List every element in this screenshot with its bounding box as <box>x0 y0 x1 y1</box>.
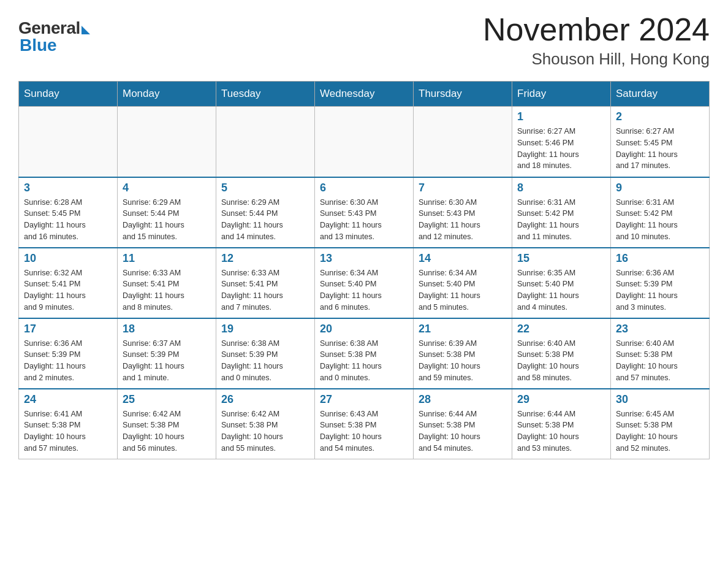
day-number: 5 <box>221 182 309 194</box>
calendar-cell <box>19 107 118 177</box>
calendar-cell: 24Sunrise: 6:41 AM Sunset: 5:38 PM Dayli… <box>19 389 118 459</box>
column-header-sunday: Sunday <box>19 82 118 107</box>
calendar-cell: 18Sunrise: 6:37 AM Sunset: 5:39 PM Dayli… <box>118 318 216 389</box>
calendar-cell: 27Sunrise: 6:43 AM Sunset: 5:38 PM Dayli… <box>315 389 414 459</box>
day-number: 9 <box>616 182 704 194</box>
header-row: SundayMondayTuesdayWednesdayThursdayFrid… <box>19 82 710 107</box>
calendar-cell: 30Sunrise: 6:45 AM Sunset: 5:38 PM Dayli… <box>611 389 710 459</box>
day-info: Sunrise: 6:33 AM Sunset: 5:41 PM Dayligh… <box>123 269 184 312</box>
calendar-cell: 28Sunrise: 6:44 AM Sunset: 5:38 PM Dayli… <box>414 389 512 459</box>
day-info: Sunrise: 6:27 AM Sunset: 5:45 PM Dayligh… <box>616 127 678 170</box>
column-header-tuesday: Tuesday <box>216 82 315 107</box>
logo-arrow-icon <box>82 26 90 34</box>
day-number: 6 <box>320 182 408 194</box>
calendar-cell: 1Sunrise: 6:27 AM Sunset: 5:46 PM Daylig… <box>512 107 611 177</box>
day-info: Sunrise: 6:43 AM Sunset: 5:38 PM Dayligh… <box>320 410 382 453</box>
day-number: 14 <box>419 252 507 265</box>
day-info: Sunrise: 6:36 AM Sunset: 5:39 PM Dayligh… <box>24 339 86 382</box>
column-header-thursday: Thursday <box>414 82 512 107</box>
day-number: 22 <box>517 323 605 335</box>
day-info: Sunrise: 6:41 AM Sunset: 5:38 PM Dayligh… <box>24 410 86 453</box>
calendar-cell: 20Sunrise: 6:38 AM Sunset: 5:38 PM Dayli… <box>315 318 414 389</box>
calendar-cell: 2Sunrise: 6:27 AM Sunset: 5:45 PM Daylig… <box>611 107 710 177</box>
day-info: Sunrise: 6:42 AM Sunset: 5:38 PM Dayligh… <box>123 410 184 453</box>
day-info: Sunrise: 6:28 AM Sunset: 5:45 PM Dayligh… <box>24 198 86 241</box>
day-number: 11 <box>123 252 211 265</box>
calendar-cell: 19Sunrise: 6:38 AM Sunset: 5:39 PM Dayli… <box>216 318 315 389</box>
day-number: 16 <box>616 252 704 265</box>
day-info: Sunrise: 6:44 AM Sunset: 5:38 PM Dayligh… <box>419 410 480 453</box>
calendar-table: SundayMondayTuesdayWednesdayThursdayFrid… <box>18 81 710 459</box>
calendar-week-3: 10Sunrise: 6:32 AM Sunset: 5:41 PM Dayli… <box>19 248 710 318</box>
day-number: 18 <box>123 323 211 335</box>
day-info: Sunrise: 6:40 AM Sunset: 5:38 PM Dayligh… <box>616 339 678 382</box>
day-number: 26 <box>221 393 309 406</box>
day-info: Sunrise: 6:44 AM Sunset: 5:38 PM Dayligh… <box>517 410 579 453</box>
calendar-cell <box>315 107 414 177</box>
calendar-cell: 3Sunrise: 6:28 AM Sunset: 5:45 PM Daylig… <box>19 177 118 248</box>
title-section: November 2024 Shouson Hill, Hong Kong <box>483 12 710 69</box>
day-info: Sunrise: 6:37 AM Sunset: 5:39 PM Dayligh… <box>123 339 184 382</box>
column-header-monday: Monday <box>118 82 216 107</box>
calendar-cell: 23Sunrise: 6:40 AM Sunset: 5:38 PM Dayli… <box>611 318 710 389</box>
column-header-friday: Friday <box>512 82 611 107</box>
day-number: 27 <box>320 393 408 406</box>
day-number: 20 <box>320 323 408 335</box>
day-info: Sunrise: 6:31 AM Sunset: 5:42 PM Dayligh… <box>616 198 678 241</box>
calendar-cell: 25Sunrise: 6:42 AM Sunset: 5:38 PM Dayli… <box>118 389 216 459</box>
day-number: 13 <box>320 252 408 265</box>
calendar-cell: 16Sunrise: 6:36 AM Sunset: 5:39 PM Dayli… <box>611 248 710 318</box>
calendar-subtitle: Shouson Hill, Hong Kong <box>483 50 710 69</box>
column-header-wednesday: Wednesday <box>315 82 414 107</box>
day-info: Sunrise: 6:31 AM Sunset: 5:42 PM Dayligh… <box>517 198 579 241</box>
calendar-cell: 22Sunrise: 6:40 AM Sunset: 5:38 PM Dayli… <box>512 318 611 389</box>
day-number: 25 <box>123 393 211 406</box>
calendar-cell: 17Sunrise: 6:36 AM Sunset: 5:39 PM Dayli… <box>19 318 118 389</box>
calendar-week-1: 1Sunrise: 6:27 AM Sunset: 5:46 PM Daylig… <box>19 107 710 177</box>
day-info: Sunrise: 6:33 AM Sunset: 5:41 PM Dayligh… <box>221 269 283 312</box>
day-info: Sunrise: 6:42 AM Sunset: 5:38 PM Dayligh… <box>221 410 283 453</box>
calendar-cell: 15Sunrise: 6:35 AM Sunset: 5:40 PM Dayli… <box>512 248 611 318</box>
day-info: Sunrise: 6:38 AM Sunset: 5:38 PM Dayligh… <box>320 339 382 382</box>
day-number: 23 <box>616 323 704 335</box>
calendar-cell <box>414 107 512 177</box>
calendar-week-4: 17Sunrise: 6:36 AM Sunset: 5:39 PM Dayli… <box>19 318 710 389</box>
calendar-week-2: 3Sunrise: 6:28 AM Sunset: 5:45 PM Daylig… <box>19 177 710 248</box>
day-number: 4 <box>123 182 211 194</box>
calendar-cell: 21Sunrise: 6:39 AM Sunset: 5:38 PM Dayli… <box>414 318 512 389</box>
calendar-cell: 4Sunrise: 6:29 AM Sunset: 5:44 PM Daylig… <box>118 177 216 248</box>
calendar-cell: 26Sunrise: 6:42 AM Sunset: 5:38 PM Dayli… <box>216 389 315 459</box>
day-info: Sunrise: 6:36 AM Sunset: 5:39 PM Dayligh… <box>616 269 678 312</box>
calendar-cell: 9Sunrise: 6:31 AM Sunset: 5:42 PM Daylig… <box>611 177 710 248</box>
day-info: Sunrise: 6:38 AM Sunset: 5:39 PM Dayligh… <box>221 339 283 382</box>
day-info: Sunrise: 6:39 AM Sunset: 5:38 PM Dayligh… <box>419 339 480 382</box>
calendar-cell <box>118 107 216 177</box>
day-number: 30 <box>616 393 704 406</box>
day-info: Sunrise: 6:32 AM Sunset: 5:41 PM Dayligh… <box>24 269 86 312</box>
calendar-cell <box>216 107 315 177</box>
day-number: 12 <box>221 252 309 265</box>
calendar-week-5: 24Sunrise: 6:41 AM Sunset: 5:38 PM Dayli… <box>19 389 710 459</box>
day-info: Sunrise: 6:29 AM Sunset: 5:44 PM Dayligh… <box>123 198 184 241</box>
day-number: 3 <box>24 182 112 194</box>
day-info: Sunrise: 6:27 AM Sunset: 5:46 PM Dayligh… <box>517 127 579 170</box>
day-number: 24 <box>24 393 112 406</box>
calendar-cell: 13Sunrise: 6:34 AM Sunset: 5:40 PM Dayli… <box>315 248 414 318</box>
day-info: Sunrise: 6:34 AM Sunset: 5:40 PM Dayligh… <box>419 269 480 312</box>
day-info: Sunrise: 6:30 AM Sunset: 5:43 PM Dayligh… <box>419 198 480 241</box>
day-info: Sunrise: 6:29 AM Sunset: 5:44 PM Dayligh… <box>221 198 283 241</box>
day-info: Sunrise: 6:35 AM Sunset: 5:40 PM Dayligh… <box>517 269 579 312</box>
day-number: 7 <box>419 182 507 194</box>
day-info: Sunrise: 6:40 AM Sunset: 5:38 PM Dayligh… <box>517 339 579 382</box>
column-header-saturday: Saturday <box>611 82 710 107</box>
day-number: 28 <box>419 393 507 406</box>
day-number: 1 <box>517 110 605 123</box>
calendar-cell: 5Sunrise: 6:29 AM Sunset: 5:44 PM Daylig… <box>216 177 315 248</box>
day-number: 8 <box>517 182 605 194</box>
calendar-cell: 6Sunrise: 6:30 AM Sunset: 5:43 PM Daylig… <box>315 177 414 248</box>
calendar-cell: 29Sunrise: 6:44 AM Sunset: 5:38 PM Dayli… <box>512 389 611 459</box>
logo: General Blue <box>18 18 90 55</box>
calendar-cell: 12Sunrise: 6:33 AM Sunset: 5:41 PM Dayli… <box>216 248 315 318</box>
day-info: Sunrise: 6:34 AM Sunset: 5:40 PM Dayligh… <box>320 269 382 312</box>
day-number: 17 <box>24 323 112 335</box>
